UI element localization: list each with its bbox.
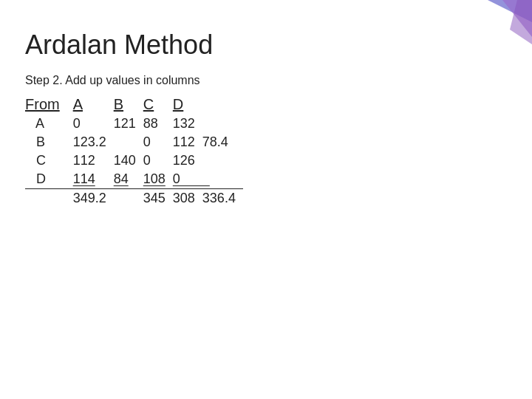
table-row: C 112 140 0 126 [25,151,243,170]
cell-a-a: 0 [73,115,114,133]
cell-c-c: 0 [143,151,173,170]
total-label [25,189,73,208]
cell-b-b [114,133,143,151]
cell-b-a: 123.2 [73,133,114,151]
cell-d-a: 114 [73,170,114,189]
cell-d-b: 84 [114,170,143,189]
col-header-a: A [73,95,114,115]
total-c: 345 [143,189,173,208]
totals-row: 349.2 345 308 336.4 [25,189,243,208]
page-title: Ardalan Method [25,30,517,61]
from-label: From [25,95,73,115]
row-label-d: D [25,170,73,189]
cell-c-b: 140 [114,151,143,170]
cell-d-d: 0 [173,170,243,189]
cell-a-d: 132 [173,115,243,133]
table-row: B 123.2 0 112 78.4 [25,133,243,151]
cell-c-a: 112 [73,151,114,170]
cell-b-d: 112 78.4 [173,133,243,151]
row-label-b: B [25,133,73,151]
col-header-b: B [114,95,143,115]
main-content: Ardalan Method Step 2. Add up values in … [25,30,517,208]
total-d: 308 336.4 [173,189,243,208]
header-row: From A B C D [25,95,243,115]
cell-c-d: 126 [173,151,243,170]
col-header-d: D [173,95,243,115]
row-label-a: A [25,115,73,133]
table-row: A 0 121 88 132 [25,115,243,133]
cell-a-c: 88 [143,115,173,133]
total-a: 349.2 [73,189,143,208]
col-header-c: C [143,95,173,115]
table-row: D 114 84 108 0 [25,170,243,189]
matrix-table: From A B C D A 0 121 88 132 B 123.2 0 [25,95,243,208]
cell-d-c: 108 [143,170,173,189]
cell-a-b: 121 [114,115,143,133]
cell-b-c: 0 [143,133,173,151]
row-label-c: C [25,151,73,170]
step-label: Step 2. Add up values in columns [25,74,517,87]
